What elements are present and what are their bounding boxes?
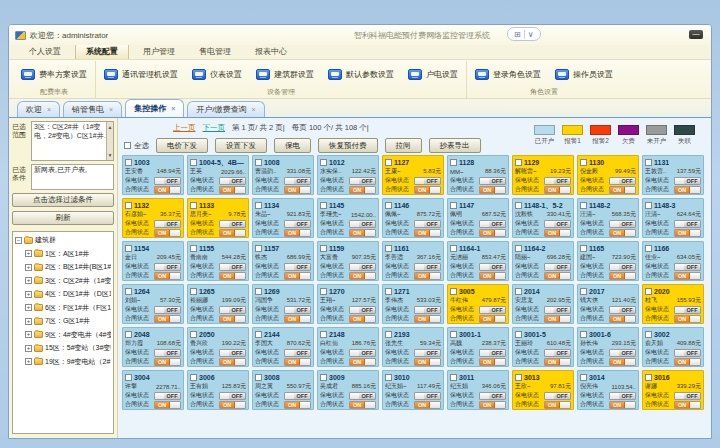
supply-toggle[interactable]: OFF: [349, 306, 376, 314]
supply-toggle[interactable]: OFF: [479, 392, 506, 400]
checkbox-icon[interactable]: [255, 202, 262, 209]
switch-toggle[interactable]: ON: [219, 315, 246, 323]
checkbox-icon[interactable]: [515, 288, 522, 295]
checkbox-icon[interactable]: [645, 331, 652, 338]
supply-toggle[interactable]: OFF: [674, 392, 701, 400]
checkbox-icon[interactable]: [450, 245, 457, 252]
supply-toggle[interactable]: OFF: [219, 349, 246, 357]
ribbon-button[interactable]: 费率方案设置: [21, 69, 87, 80]
switch-toggle[interactable]: ON: [284, 315, 311, 323]
checkbox-icon[interactable]: [190, 374, 197, 381]
supply-toggle[interactable]: OFF: [349, 349, 376, 357]
menu-item-2[interactable]: 用户管理: [133, 44, 185, 59]
supply-toggle[interactable]: OFF: [284, 349, 311, 357]
switch-toggle[interactable]: ON: [154, 186, 181, 194]
switch-toggle[interactable]: ON: [414, 315, 441, 323]
switch-toggle[interactable]: ON: [674, 401, 701, 409]
checkbox-icon[interactable]: [450, 288, 457, 295]
switch-toggle[interactable]: ON: [414, 401, 441, 409]
supply-toggle[interactable]: OFF: [544, 263, 571, 271]
checkbox-icon[interactable]: [645, 202, 652, 209]
checkbox-icon[interactable]: [190, 245, 197, 252]
supply-toggle[interactable]: OFF: [544, 392, 571, 400]
toolbar-button-3[interactable]: 恢复预付费: [318, 138, 378, 153]
checkbox-icon[interactable]: [125, 245, 132, 252]
switch-toggle[interactable]: ON: [609, 229, 636, 237]
tree-item-3[interactable]: +4区：D区1#井（D区1: [25, 289, 111, 299]
checkbox-icon[interactable]: [645, 245, 652, 252]
supply-toggle[interactable]: OFF: [154, 263, 181, 271]
switch-toggle[interactable]: ON: [609, 272, 636, 280]
tree-item-0[interactable]: +1区：A区1#井: [25, 249, 111, 259]
checkbox-icon[interactable]: [125, 331, 132, 338]
tree-item-6[interactable]: +9区：4#变电井（4#变: [25, 330, 111, 340]
supply-toggle[interactable]: OFF: [479, 220, 506, 228]
skin-selector[interactable]: ⊞ ∨: [507, 27, 541, 41]
menu-item-1[interactable]: 系统配置: [75, 43, 129, 59]
switch-toggle[interactable]: ON: [479, 272, 506, 280]
close-icon[interactable]: ×: [252, 106, 256, 113]
supply-toggle[interactable]: OFF: [479, 177, 506, 185]
supply-toggle[interactable]: OFF: [154, 392, 181, 400]
tree-item-1[interactable]: +2区：B区1#井(B区1#: [25, 262, 111, 272]
prev-page-link[interactable]: 上一页: [173, 123, 196, 133]
close-icon[interactable]: ×: [171, 105, 175, 112]
checkbox-icon[interactable]: [255, 288, 262, 295]
tree-item-2[interactable]: +3区：C区2#井（1#变电: [25, 276, 111, 286]
checkbox-icon[interactable]: [385, 245, 392, 252]
checkbox-icon[interactable]: [450, 331, 457, 338]
checkbox-icon[interactable]: [385, 288, 392, 295]
checkbox-icon[interactable]: [385, 331, 392, 338]
close-icon[interactable]: ×: [47, 106, 51, 113]
supply-toggle[interactable]: OFF: [414, 392, 441, 400]
supply-toggle[interactable]: OFF: [414, 349, 441, 357]
supply-toggle[interactable]: OFF: [674, 220, 701, 228]
switch-toggle[interactable]: ON: [284, 229, 311, 237]
supply-toggle[interactable]: OFF: [154, 220, 181, 228]
supply-toggle[interactable]: OFF: [284, 177, 311, 185]
menu-item-3[interactable]: 售电管理: [189, 44, 241, 59]
switch-toggle[interactable]: ON: [154, 401, 181, 409]
supply-toggle[interactable]: OFF: [219, 392, 246, 400]
checkbox-icon[interactable]: [385, 202, 392, 209]
checkbox-icon[interactable]: [450, 202, 457, 209]
checkbox-icon[interactable]: [515, 202, 522, 209]
switch-toggle[interactable]: ON: [154, 358, 181, 366]
checkbox-icon[interactable]: [515, 245, 522, 252]
checkbox-icon[interactable]: [385, 374, 392, 381]
supply-toggle[interactable]: OFF: [414, 220, 441, 228]
checkbox-icon[interactable]: [580, 331, 587, 338]
ribbon-button[interactable]: 默认参数设置: [328, 69, 394, 80]
toolbar-button-2[interactable]: 保电: [274, 138, 311, 153]
expand-icon[interactable]: +: [25, 264, 32, 271]
checkbox-icon[interactable]: [320, 159, 327, 166]
selected-condition-box[interactable]: 新网表,已开户表,: [31, 164, 114, 190]
collapse-icon[interactable]: −: [15, 237, 22, 244]
switch-toggle[interactable]: ON: [219, 229, 246, 237]
supply-toggle[interactable]: OFF: [219, 220, 246, 228]
checkbox-icon[interactable]: [125, 159, 132, 166]
checkbox-icon[interactable]: [320, 288, 327, 295]
checkbox-icon[interactable]: [320, 374, 327, 381]
switch-toggle[interactable]: ON: [349, 272, 376, 280]
switch-toggle[interactable]: ON: [544, 315, 571, 323]
supply-toggle[interactable]: OFF: [674, 306, 701, 314]
arrow-down-icon[interactable]: ▼: [108, 151, 113, 160]
switch-toggle[interactable]: ON: [219, 401, 246, 409]
expand-icon[interactable]: +: [25, 304, 32, 311]
tab-0[interactable]: 欢迎×: [17, 101, 60, 117]
expand-icon[interactable]: +: [25, 331, 32, 338]
switch-toggle[interactable]: ON: [674, 186, 701, 194]
expand-icon[interactable]: +: [25, 277, 32, 284]
supply-toggle[interactable]: OFF: [349, 177, 376, 185]
checkbox-icon[interactable]: [124, 142, 131, 149]
supply-toggle[interactable]: OFF: [154, 349, 181, 357]
next-page-link[interactable]: 下一页: [203, 123, 226, 133]
select-all-checkbox[interactable]: 全选: [124, 141, 149, 151]
checkbox-icon[interactable]: [580, 245, 587, 252]
toolbar-button-4[interactable]: 拉闸: [385, 138, 422, 153]
switch-toggle[interactable]: ON: [349, 401, 376, 409]
expand-icon[interactable]: +: [25, 358, 32, 365]
supply-toggle[interactable]: OFF: [609, 177, 636, 185]
supply-toggle[interactable]: OFF: [609, 263, 636, 271]
